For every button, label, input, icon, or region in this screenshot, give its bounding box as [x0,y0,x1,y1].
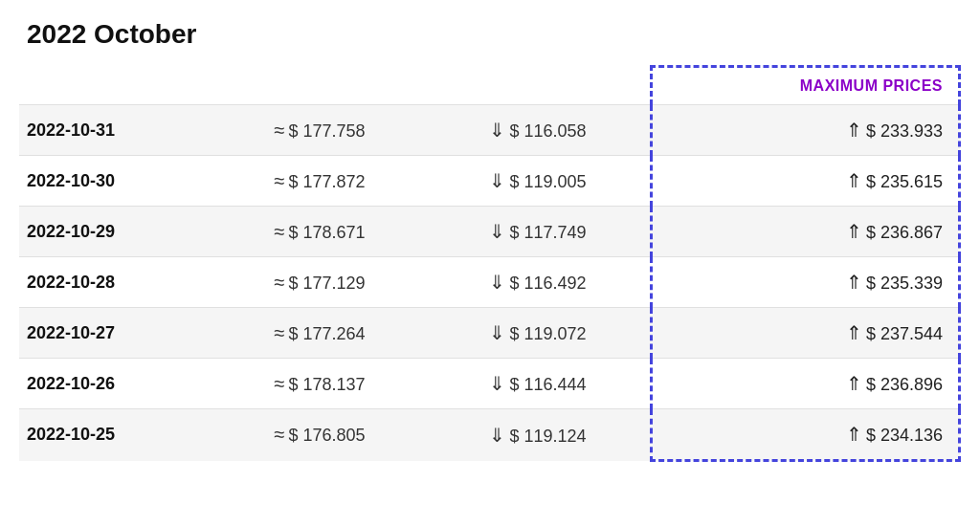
down-arrow-icon: ⇓ [489,221,505,242]
cell-date: 2022-10-28 [19,257,213,308]
table-row: 2022-10-30≈$ 177.872⇓$ 119.005⇑$ 235.615 [19,156,960,207]
table-row: 2022-10-27≈$ 177.264⇓$ 119.072⇑$ 237.544 [19,308,960,359]
cell-max: ⇑$ 235.339 [651,257,959,308]
up-value: $ 236.867 [866,223,943,242]
cell-max: ⇑$ 234.136 [651,409,959,461]
up-value: $ 233.933 [866,121,943,141]
cell-date: 2022-10-27 [19,308,213,359]
cell-low: ⇓$ 116.444 [426,359,651,409]
cell-approx: ≈$ 178.671 [213,207,426,257]
approx-symbol-icon: ≈ [274,272,284,293]
up-value: $ 236.896 [866,375,943,394]
table-row: 2022-10-31≈$ 177.758⇓$ 116.058⇑$ 233.933 [19,105,960,156]
table-body: 2022-10-31≈$ 177.758⇓$ 116.058⇑$ 233.933… [19,105,960,461]
up-value: $ 234.136 [866,426,943,445]
col-low-header [426,67,651,105]
table-row: 2022-10-25≈$ 176.805⇓$ 119.124⇑$ 234.136 [19,409,960,461]
approx-symbol-icon: ≈ [274,221,284,242]
approx-symbol-icon: ≈ [274,373,284,394]
cell-date: 2022-10-29 [19,207,213,257]
down-arrow-icon: ⇓ [489,322,505,343]
cell-date: 2022-10-30 [19,156,213,207]
price-table: MAXIMUM PRICES 2022-10-31≈$ 177.758⇓$ 11… [19,65,961,462]
down-value: $ 116.058 [509,121,586,141]
down-arrow-icon: ⇓ [489,170,505,191]
cell-date: 2022-10-31 [19,105,213,156]
cell-low: ⇓$ 119.005 [426,156,651,207]
cell-max: ⇑$ 236.867 [651,207,959,257]
approx-value: $ 176.805 [288,426,365,445]
approx-symbol-icon: ≈ [274,424,284,445]
approx-value: $ 177.758 [288,121,365,141]
approx-symbol-icon: ≈ [274,170,284,191]
cell-low: ⇓$ 119.072 [426,308,651,359]
down-value: $ 116.444 [509,375,586,394]
cell-approx: ≈$ 177.129 [213,257,426,308]
up-arrow-icon: ⇑ [846,424,862,445]
cell-approx: ≈$ 176.805 [213,409,426,461]
cell-date: 2022-10-25 [19,409,213,461]
approx-value: $ 178.137 [288,375,365,394]
cell-low: ⇓$ 116.058 [426,105,651,156]
table-row: 2022-10-26≈$ 178.137⇓$ 116.444⇑$ 236.896 [19,359,960,409]
down-value: $ 116.492 [509,274,586,293]
table-row: 2022-10-28≈$ 177.129⇓$ 116.492⇑$ 235.339 [19,257,960,308]
up-value: $ 235.339 [866,274,943,293]
cell-low: ⇓$ 117.749 [426,207,651,257]
cell-max: ⇑$ 237.544 [651,308,959,359]
col-date-header [19,67,213,105]
approx-value: $ 177.264 [288,324,365,343]
cell-low: ⇓$ 119.124 [426,409,651,461]
cell-max: ⇑$ 233.933 [651,105,959,156]
approx-symbol-icon: ≈ [274,322,284,343]
table-header-row: MAXIMUM PRICES [19,67,960,105]
approx-value: $ 177.129 [288,274,365,293]
cell-max: ⇑$ 236.896 [651,359,959,409]
col-approx-header [213,67,426,105]
up-value: $ 237.544 [866,324,943,343]
cell-approx: ≈$ 178.137 [213,359,426,409]
col-max-prices-header: MAXIMUM PRICES [651,67,959,105]
cell-date: 2022-10-26 [19,359,213,409]
down-arrow-icon: ⇓ [489,272,505,293]
cell-approx: ≈$ 177.758 [213,105,426,156]
down-arrow-icon: ⇓ [489,425,505,446]
down-value: $ 119.005 [509,172,586,191]
cell-approx: ≈$ 177.264 [213,308,426,359]
cell-approx: ≈$ 177.872 [213,156,426,207]
page-title: 2022 October [19,19,961,50]
up-arrow-icon: ⇑ [846,373,862,394]
approx-value: $ 178.671 [288,223,365,242]
up-value: $ 235.615 [866,172,943,191]
down-value: $ 119.124 [509,427,586,446]
up-arrow-icon: ⇑ [846,120,862,141]
down-arrow-icon: ⇓ [489,120,505,141]
up-arrow-icon: ⇑ [846,272,862,293]
approx-symbol-icon: ≈ [274,120,284,141]
cell-low: ⇓$ 116.492 [426,257,651,308]
down-value: $ 117.749 [509,223,586,242]
cell-max: ⇑$ 235.615 [651,156,959,207]
down-value: $ 119.072 [509,324,586,343]
table-row: 2022-10-29≈$ 178.671⇓$ 117.749⇑$ 236.867 [19,207,960,257]
up-arrow-icon: ⇑ [846,221,862,242]
approx-value: $ 177.872 [288,172,365,191]
up-arrow-icon: ⇑ [846,170,862,191]
down-arrow-icon: ⇓ [489,373,505,394]
up-arrow-icon: ⇑ [846,322,862,343]
